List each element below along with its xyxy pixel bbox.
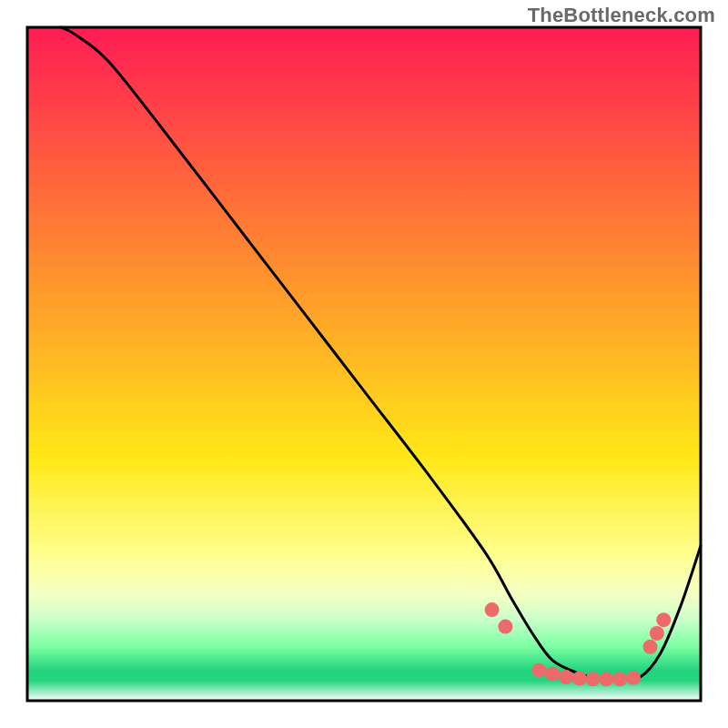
plot-background xyxy=(27,27,701,701)
highlight-dot xyxy=(572,672,587,686)
highlight-dot xyxy=(599,672,613,686)
highlight-dot xyxy=(559,670,573,684)
bottleneck-plot xyxy=(0,0,728,728)
highlight-dot xyxy=(650,626,664,641)
highlight-dot xyxy=(612,672,627,686)
highlight-dot xyxy=(531,663,546,678)
highlight-dot xyxy=(656,612,671,627)
highlight-dot xyxy=(643,640,658,654)
highlight-dot xyxy=(485,602,500,617)
highlight-dot xyxy=(545,666,560,681)
highlight-dot xyxy=(498,620,512,634)
chart-frame: TheBottleneck.com xyxy=(0,0,728,728)
highlight-dot xyxy=(586,672,601,686)
highlight-dot xyxy=(626,671,641,685)
